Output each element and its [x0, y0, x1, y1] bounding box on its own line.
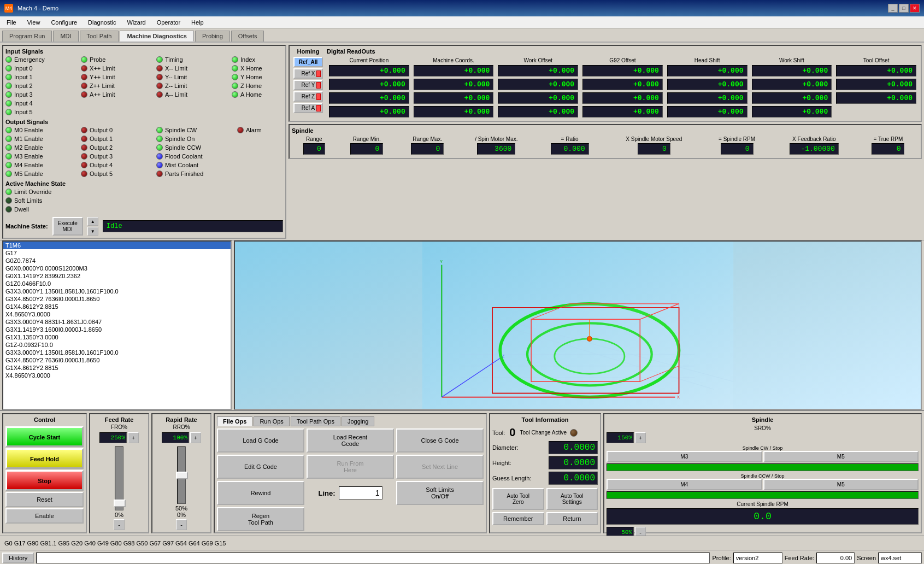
scroll-up-button[interactable]: ▲: [87, 217, 98, 226]
signal-parts: Parts Finished: [156, 171, 233, 177]
led-parts: [156, 171, 163, 177]
ref-x-button[interactable]: Ref X: [293, 68, 323, 79]
feed-hold-button[interactable]: Feed Hold: [5, 448, 84, 469]
history-button[interactable]: History: [2, 553, 34, 563]
history-label: History: [9, 555, 27, 561]
tab-probing[interactable]: Probing: [195, 31, 230, 42]
tab-program-run[interactable]: Program Run: [2, 31, 52, 42]
close-button[interactable]: ✕: [910, 4, 920, 13]
spindle-m3-button[interactable]: M3: [607, 451, 762, 462]
cw-buttons: M3 M5: [607, 451, 919, 462]
dro-x-col5: +0.000: [752, 65, 832, 77]
title-bar-buttons[interactable]: _ □ ✕: [888, 4, 920, 13]
feed-rate-slider-track[interactable]: [115, 446, 123, 510]
signal-m5enable: M5 Enable: [5, 171, 76, 177]
output-col1: M0 Enable M1 Enable M2 Enable M3 Enable …: [5, 127, 76, 178]
sro-plus-button[interactable]: +: [635, 432, 646, 443]
dro-x-col0: +0.000: [329, 65, 409, 77]
execute-mdi-button[interactable]: Execute MDI: [52, 217, 83, 236]
led-xhome: [232, 65, 238, 72]
ops-tab-runops[interactable]: Run Ops: [254, 416, 289, 426]
rapid-rate-input[interactable]: [162, 432, 189, 443]
label-m4: M4 Enable: [14, 162, 43, 168]
feed-rate-status-input[interactable]: [816, 553, 855, 563]
tab-machine-diagnostics[interactable]: Machine Diagnostics: [120, 31, 193, 42]
led-app: [81, 91, 87, 98]
ref-z-button[interactable]: Ref Z: [293, 91, 323, 102]
gcode-list[interactable]: T1M6G17G0Z0.7874G0X0.0000Y0.0000S12000M3…: [3, 242, 231, 409]
menu-operator[interactable]: Operator: [152, 18, 185, 27]
menu-configure[interactable]: Configure: [46, 18, 81, 27]
reset-button[interactable]: Reset: [5, 492, 84, 507]
label-input3: Input 3: [14, 91, 33, 98]
dro-x-col1: +0.000: [414, 65, 494, 77]
remember-button[interactable]: Remember: [492, 512, 544, 525]
feed-hold-label: Feed Hold: [30, 456, 59, 462]
tab-offsets[interactable]: Offsets: [231, 31, 264, 42]
feed-rate-plus-button[interactable]: +: [128, 432, 139, 443]
stop-button[interactable]: Stop: [5, 470, 84, 491]
led-spindleccw: [156, 144, 163, 151]
feed-rate-minus-button[interactable]: -: [114, 519, 125, 530]
line-number-input[interactable]: [339, 486, 382, 500]
label-ypp: Y++ Limit: [90, 74, 115, 80]
signal-spindleon: Spindle On: [156, 136, 233, 142]
led-zpp: [81, 83, 87, 89]
feed-rate-slider-thumb[interactable]: [114, 500, 126, 507]
soft-limits-button[interactable]: Soft LimitsOn/Off: [396, 481, 484, 505]
rapid-rate-minus-button[interactable]: -: [176, 519, 187, 530]
edit-gcode-button[interactable]: Edit G Code: [217, 455, 304, 479]
rapid-rate-slider-thumb[interactable]: [176, 472, 188, 479]
set-next-line-button[interactable]: Set Next Line: [396, 455, 484, 479]
menu-wizard[interactable]: Wizard: [122, 18, 150, 27]
ops-tab-fileops[interactable]: File Ops: [217, 416, 252, 426]
ops-tabs: File Ops Run Ops Tool Path Ops Jogging: [217, 416, 484, 426]
sro-input[interactable]: [607, 432, 634, 443]
ops-tab-toolpath[interactable]: Tool Path Ops: [291, 416, 340, 426]
feed-rate-input[interactable]: [99, 432, 127, 443]
digital-readouts-table: Digital ReadOuts Current Position Machin…: [327, 48, 919, 119]
auto-tool-zero-button[interactable]: Auto ToolZero: [492, 488, 544, 510]
screen-input[interactable]: [878, 553, 922, 563]
load-recent-button[interactable]: Load RecentGcode: [307, 428, 394, 453]
label-out4: Output 4: [90, 162, 113, 168]
label-input1: Input 1: [14, 74, 33, 80]
signal-out5: Output 5: [81, 171, 152, 177]
ref-a-button[interactable]: Ref A: [293, 103, 323, 113]
run-from-here-button[interactable]: Run FromHere: [307, 455, 394, 479]
sro-control: +: [607, 432, 919, 443]
rewind-button[interactable]: Rewind: [217, 481, 304, 505]
status-input[interactable]: [36, 553, 710, 563]
svg-text:Z: Z: [502, 354, 505, 359]
rapid-rate-slider-track[interactable]: [177, 446, 186, 504]
ops-tab-jogging[interactable]: Jogging: [342, 416, 375, 426]
menu-help[interactable]: Help: [187, 18, 208, 27]
minimize-button[interactable]: _: [888, 4, 898, 13]
rapid-rate-plus-button[interactable]: +: [190, 432, 201, 443]
scroll-down-button[interactable]: ▼: [87, 227, 98, 236]
tab-tool-path[interactable]: Tool Path: [80, 31, 119, 42]
ref-all-button[interactable]: Ref_All: [293, 57, 323, 67]
menu-diagnostic[interactable]: Diagnostic: [84, 18, 120, 27]
guess-length-label: Guess Length:: [492, 475, 532, 481]
regen-toolpath-button[interactable]: RegenTool Path: [217, 507, 304, 531]
spindle-m4-button[interactable]: M4: [607, 479, 762, 490]
menu-view[interactable]: View: [23, 18, 45, 27]
spindle-m5-cw-button[interactable]: M5: [763, 451, 919, 462]
tool-action-buttons: Auto ToolZero Auto ToolSettings: [492, 488, 598, 510]
close-gcode-button[interactable]: Close G Code: [396, 428, 484, 453]
enable-button[interactable]: Enable: [5, 508, 84, 524]
spindle-m5-ccw-button[interactable]: M5: [763, 479, 919, 490]
load-gcode-button[interactable]: Load G Code: [217, 428, 304, 453]
profile-input[interactable]: [733, 553, 782, 563]
auto-tool-settings-button[interactable]: Auto ToolSettings: [546, 488, 598, 510]
input-col4: Index X Home Y Home Z Home A Home: [232, 56, 297, 116]
return-button[interactable]: Return: [546, 512, 598, 525]
ref-y-button[interactable]: Ref Y: [293, 80, 323, 90]
led-out3: [81, 153, 87, 160]
maximize-button[interactable]: □: [899, 4, 909, 13]
menu-file[interactable]: File: [2, 18, 21, 27]
tab-mdi[interactable]: MDI: [53, 31, 78, 42]
cycle-start-button[interactable]: Cycle Start: [5, 426, 84, 447]
dro-y-col5: +0.000: [752, 79, 832, 90]
